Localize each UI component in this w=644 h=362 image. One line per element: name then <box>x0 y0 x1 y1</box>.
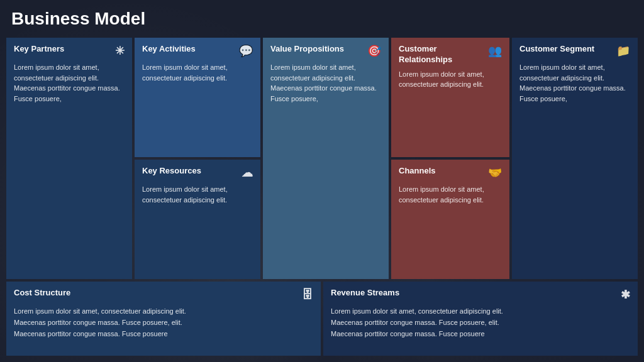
key-partners-icon: ✳ <box>115 44 125 58</box>
key-activities-cell: Key Activities 💬 Lorem ipsum dolor sit a… <box>135 38 260 157</box>
bottom-row: Cost Structure 🗄 Lorem ipsum dolor sit a… <box>6 282 638 356</box>
key-activities-title: Key Activities <box>142 44 196 55</box>
cost-structure-cell: Cost Structure 🗄 Lorem ipsum dolor sit a… <box>6 282 321 356</box>
key-activities-icon: 💬 <box>239 44 253 58</box>
key-partners-text: Lorem ipsum dolor sit amet, consectetuer… <box>14 62 125 104</box>
canvas-wrapper: Key Partners ✳ Lorem ipsum dolor sit ame… <box>6 38 638 356</box>
channels-text: Lorem ipsum dolor sit amet, consectetuer… <box>399 184 502 205</box>
value-propositions-text: Lorem ipsum dolor sit amet, consectetuer… <box>270 62 381 104</box>
channels-icon: 🤝 <box>488 166 502 180</box>
value-propositions-cell: Value Propositions 🎯 Lorem ipsum dolor s… <box>263 38 389 279</box>
key-resources-title: Key Resources <box>142 166 201 177</box>
value-propositions-icon: 🎯 <box>367 44 381 58</box>
customer-segment-icon: 📁 <box>616 44 630 58</box>
customer-relationships-icon: 👥 <box>488 44 502 58</box>
value-propositions-title: Value Propositions <box>270 44 344 55</box>
customer-relationships-text: Lorem ipsum dolor sit amet, consectetuer… <box>399 69 502 90</box>
customer-relationships-cell: Customer Relationships 👥 Lorem ipsum dol… <box>391 38 509 157</box>
channels-title: Channels <box>399 166 436 177</box>
top-row: Key Partners ✳ Lorem ipsum dolor sit ame… <box>6 38 638 279</box>
cost-structure-title: Cost Structure <box>14 288 70 299</box>
page-title: Business Model <box>0 0 644 35</box>
customer-segment-text: Lorem ipsum dolor sit amet, consectetuer… <box>519 62 630 104</box>
revenue-streams-text: Lorem ipsum dolor sit amet, consectetuer… <box>331 306 630 339</box>
revenue-streams-icon: ✱ <box>621 288 630 302</box>
cost-structure-icon: 🗄 <box>302 288 313 302</box>
key-resources-cell: Key Resources ☁ Lorem ipsum dolor sit am… <box>135 160 260 279</box>
customer-segment-title: Customer Segment <box>519 44 594 55</box>
cost-structure-text: Lorem ipsum dolor sit amet, consectetuer… <box>14 306 313 339</box>
key-activities-text: Lorem ipsum dolor sit amet, consectetuer… <box>142 62 253 83</box>
revenue-streams-title: Revenue Streams <box>331 288 399 299</box>
key-act-res-column: Key Activities 💬 Lorem ipsum dolor sit a… <box>135 38 260 279</box>
customer-segment-cell: Customer Segment 📁 Lorem ipsum dolor sit… <box>512 38 638 279</box>
channels-cell: Channels 🤝 Lorem ipsum dolor sit amet, c… <box>391 160 509 279</box>
key-resources-text: Lorem ipsum dolor sit amet, consectetuer… <box>142 184 253 205</box>
customer-relationships-title: Customer Relationships <box>399 44 484 65</box>
key-partners-cell: Key Partners ✳ Lorem ipsum dolor sit ame… <box>6 38 132 279</box>
revenue-streams-cell: Revenue Streams ✱ Lorem ipsum dolor sit … <box>323 282 638 356</box>
cust-rel-chan-column: Customer Relationships 👥 Lorem ipsum dol… <box>391 38 509 279</box>
key-resources-icon: ☁ <box>242 166 253 180</box>
key-partners-title: Key Partners <box>14 44 64 55</box>
